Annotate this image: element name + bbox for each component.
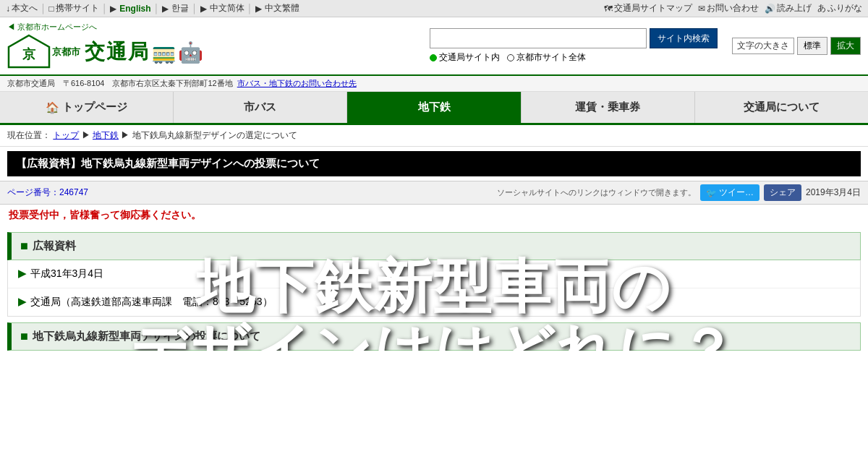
lang-mobile[interactable]: □ 携帯サイト [49,2,99,14]
list-item-date: ▶ 平成31年3月4日 [8,260,860,288]
header-logo: ◀ 京都市ホームページへ 京 京都市 交通局 🚃 🤖 [7,22,203,70]
content-area: 地下鉄新型車両の デザインははどれに？ 現在位置： トップ ▶ 地下鉄 ▶ 地下… [0,125,868,351]
twitter-icon: 🐦 [706,188,717,198]
vote-notice: 投票受付中，皆様奮って御応募ください。 [0,205,868,226]
furigana-link[interactable]: あ ふりがな [817,2,862,14]
social-bar: ソーシャルサイトへのリンクはウィンドウで開きます。 🐦 ツイー… シェア 201… [497,184,861,201]
breadcrumb-current: 地下鉄烏丸線新型デザインの選定について [132,130,297,140]
arrow-icon: ◀ [7,22,15,31]
mobile-icon: □ [49,4,54,14]
font-large-button[interactable]: 拡大 [830,37,861,55]
font-size-label: 文字の大きさ [732,38,794,54]
radio-kotsuu[interactable]: 交通局サイト内 [430,51,500,64]
header-font: 文字の大きさ 標準 拡大 [732,37,861,55]
address-bar: 京都市交通局 〒616-8104 京都市右京区太秦下刑部町12番地 市バス・地下… [0,76,868,92]
radio-dot-1 [430,54,437,61]
search-input[interactable] [430,28,647,48]
list-item-contact: ▶ 交通局（高速鉄道部高速車両課 電話：863－5263） [8,288,860,316]
page-info-bar: ページ番号：246747 ソーシャルサイトへのリンクはウィンドウで開きます。 🐦… [0,181,868,205]
lang-chinese-trad[interactable]: 中文繁體 [265,2,299,14]
breadcrumb: 現在位置： トップ ▶ 地下鉄 ▶ 地下鉄烏丸線新型デザインの選定について [0,125,868,147]
main-nav: 🏠 トップページ 市バス 地下鉄 運賃・乗車券 交通局について [0,92,868,125]
logo-area: 京 京都市 交通局 🚃 🤖 [7,34,203,70]
sitemap-link[interactable]: 🗺 交通局サイトマップ [604,2,692,14]
lang-english[interactable]: English [119,4,150,14]
search-top: サイト内検索 [430,28,718,48]
page-title-banner: 【広報資料】地下鉄烏丸線新型車両デザインへの投票について [7,151,861,176]
header: ◀ 京都市ホームページへ 京 京都市 交通局 🚃 🤖 サイト内検索 [0,17,868,76]
map-icon: 🗺 [604,4,613,14]
font-standard-button[interactable]: 標準 [797,37,827,55]
section-icon-2: ■ [20,329,28,344]
nav-about[interactable]: 交通局について [695,92,868,123]
logo-text: 交通局 [85,38,150,66]
kyoto-emblem-icon: 京 [7,34,51,70]
furigana-icon: あ [817,2,826,14]
lang-bar: ↓ 本文へ │ □ 携帯サイト │ ▶ English │ ▶ 한글 │ ▶ 中… [0,0,868,17]
arrow-icon-2: ▶ [18,296,26,307]
breadcrumb-top[interactable]: トップ [53,130,79,140]
lang-arrow-korean: ▶ [162,4,169,14]
radio-kyoto[interactable]: 京都市サイト全体 [507,51,586,64]
page-number: ページ番号：246747 [7,187,88,199]
section-1-list: ▶ 平成31年3月4日 ▶ 交通局（高速鉄道部高速車両課 電話：863－5263… [7,260,861,317]
breadcrumb-subway[interactable]: 地下鉄 [93,130,119,140]
page-title-text: 【広報資料】地下鉄烏丸線新型車両デザインへの投票について [16,157,320,169]
contact-link[interactable]: ✉ お問い合わせ [698,2,759,14]
down-icon: ↓ [6,4,10,14]
publish-date: 2019年3月4日 [806,187,861,199]
lang-arrow-english: ▶ [110,4,116,14]
contact-link[interactable]: 市バス・地下鉄のお問い合わせ先 [237,78,357,89]
nav-bus[interactable]: 市バス [174,92,347,123]
section-title-1: 広報資料 [33,239,76,253]
section-icon-1: ■ [20,239,28,254]
home-icon: 🏠 [46,101,59,114]
lang-korean[interactable]: 한글 [171,2,189,14]
readout-link[interactable]: 🔊 読み上げ [765,2,812,14]
search-button[interactable]: サイト内検索 [650,28,718,48]
lang-honbun[interactable]: ↓ 本文へ [6,2,38,14]
nav-top[interactable]: 🏠 トップページ [0,92,174,123]
search-radio: 交通局サイト内 京都市サイト全体 [430,51,718,64]
radio-dot-2 [507,54,514,61]
arrow-icon-1: ▶ [18,267,26,279]
svg-text:京: 京 [22,46,36,61]
lang-arrow-chinese-trad: ▶ [255,4,262,14]
share-button[interactable]: シェア [764,184,801,201]
list-text-date: 平成31年3月4日 [30,267,103,280]
lang-bar-right: 🗺 交通局サイトマップ ✉ お問い合わせ 🔊 読み上げ あ ふりがな [604,2,862,14]
robot-mascot-icon: 🤖 [178,40,203,64]
section-subway-design: ■ 地下鉄烏丸線新型車両デザインの投票について [7,322,861,351]
lang-chinese-simple[interactable]: 中文简体 [210,2,244,14]
lang-arrow-chinese-simple: ▶ [200,4,207,14]
sound-icon: 🔊 [765,4,775,14]
tweet-button[interactable]: 🐦 ツイー… [700,184,760,201]
address-text: 京都市交通局 〒616-8104 京都市右京区太秦下刑部町12番地 [7,78,233,89]
kyoto-city-link[interactable]: ◀ 京都市ホームページへ [7,22,97,31]
header-search: サイト内検索 交通局サイト内 京都市サイト全体 [430,28,718,64]
mail-icon: ✉ [698,4,705,14]
nav-subway[interactable]: 地下鉄 [347,92,521,123]
nav-fare[interactable]: 運賃・乗車券 [522,92,695,123]
train-mascot-icon: 🚃 [151,40,176,64]
lang-bar-left: ↓ 本文へ │ □ 携帯サイト │ ▶ English │ ▶ 한글 │ ▶ 中… [6,2,299,14]
section-kouhou: ■ 広報資料 [7,232,861,260]
list-text-contact: 交通局（高速鉄道部高速車両課 電話：863－5263） [30,296,273,309]
social-note: ソーシャルサイトへのリンクはウィンドウで開きます。 [497,187,696,198]
section-title-2: 地下鉄烏丸線新型車両デザインの投票について [33,330,260,343]
